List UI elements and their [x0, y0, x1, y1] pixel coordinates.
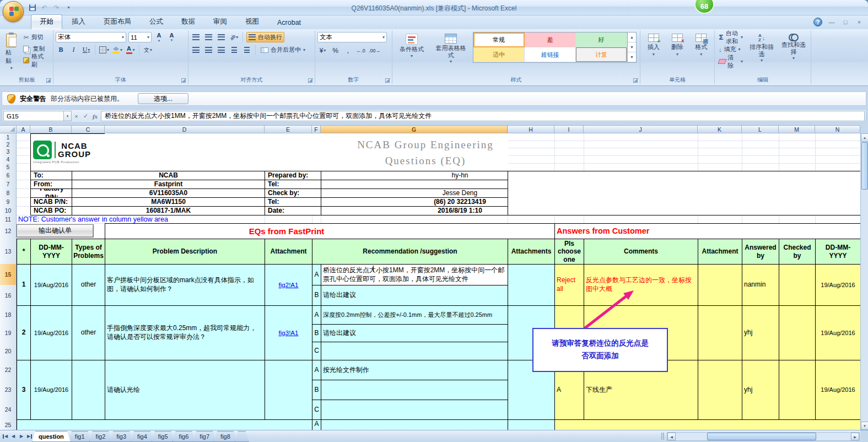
r3-type[interactable]: [72, 360, 105, 420]
save-button[interactable]: [28, 3, 37, 12]
tel2-value[interactable]: (86) 20 32213419: [321, 197, 508, 207]
vertical-scroll-thumb[interactable]: [861, 142, 868, 190]
qat-customize-button[interactable]: ▾: [64, 3, 73, 12]
factory-pn-value[interactable]: 6V116035A0: [72, 188, 265, 198]
company-logo[interactable]: NCABGROUPIntegrated PCB Production: [30, 133, 105, 171]
ribbon-tab-page-layout[interactable]: 页面布局: [95, 14, 140, 29]
date-label[interactable]: Date:: [265, 206, 321, 215]
row-header-20[interactable]: 20: [0, 342, 17, 360]
enter-entry-button[interactable]: ✓: [81, 111, 90, 121]
autosum-button[interactable]: Σ自动求和▾: [717, 32, 745, 42]
restore-button[interactable]: □: [841, 19, 850, 25]
close-button[interactable]: ×: [855, 19, 864, 25]
th-choose[interactable]: Pls choose one: [554, 239, 584, 265]
row-header-18[interactable]: 18: [0, 305, 17, 325]
r3-checked[interactable]: [779, 360, 816, 420]
sheet-tab-fig1[interactable]: fig1: [68, 431, 91, 442]
r3b-suggestion[interactable]: [321, 380, 508, 400]
merge-center-button[interactable]: 合并后居中▾: [259, 45, 307, 55]
scroll-right-button[interactable]: ▶: [851, 433, 859, 440]
r2-type[interactable]: other: [72, 305, 105, 360]
r3-num[interactable]: 3: [17, 360, 31, 420]
column-header-a[interactable]: A: [17, 126, 30, 133]
r3-attachment2[interactable]: [698, 360, 742, 420]
date-value[interactable]: 2016/8/19 1:10: [321, 206, 508, 215]
th-star[interactable]: *: [17, 239, 31, 265]
r1-attachments[interactable]: [508, 264, 555, 306]
th-problem[interactable]: Problem Description: [105, 239, 265, 265]
prev-sheet-button[interactable]: ◀: [9, 432, 17, 440]
tel1-value[interactable]: [321, 180, 508, 189]
underline-button[interactable]: U▾: [81, 45, 91, 55]
r3b-tag[interactable]: B: [312, 380, 321, 400]
scroll-left-button[interactable]: ◀: [667, 433, 676, 440]
gallery-more-icon[interactable]: ▼: [628, 52, 636, 62]
worksheet-grid[interactable]: 12345678910111213151618192022232425NCABG…: [0, 133, 860, 430]
column-header-f[interactable]: F: [312, 126, 321, 133]
r1-comments[interactable]: 反光点参数与工艺边的一致，坐标按图中大概: [584, 264, 698, 306]
r3-attachment-link[interactable]: [265, 360, 312, 420]
r2-attachment-link[interactable]: fig3!A1: [265, 305, 312, 360]
ribbon-tab-home[interactable]: 开始: [31, 14, 62, 29]
cell-style-hyperlink[interactable]: 超链接: [525, 47, 576, 62]
section-eq[interactable]: EQs from FastPrint: [105, 223, 555, 239]
r4a-tag[interactable]: A: [312, 419, 321, 430]
ncab-po-value[interactable]: 160817-1/MAK: [72, 206, 265, 215]
fill-color-button[interactable]: ▾: [112, 45, 123, 55]
r1-answered[interactable]: nanmin: [742, 264, 779, 306]
delete-cells-button[interactable]: × 删除 ▾: [669, 32, 686, 58]
column-header-i[interactable]: I: [554, 126, 584, 133]
check-by-label[interactable]: Check by:: [265, 188, 321, 198]
r3-date2[interactable]: 19/Aug/2016: [815, 360, 860, 420]
r3a-tag[interactable]: A: [312, 360, 321, 380]
cancel-entry-button[interactable]: ×: [72, 111, 81, 121]
r2-attachment2[interactable]: [698, 305, 742, 360]
r2b-suggestion[interactable]: 请给出建议: [321, 324, 508, 342]
vertical-scrollbar[interactable]: ▲ ▼: [860, 133, 868, 430]
help-button[interactable]: ?: [813, 18, 822, 26]
row-header-1[interactable]: 1: [0, 133, 17, 141]
r3-answered[interactable]: yhj: [742, 360, 779, 420]
percent-style-button[interactable]: %: [330, 45, 341, 56]
r1-attachment2[interactable]: [698, 264, 742, 306]
r4a-suggestion[interactable]: [321, 419, 508, 430]
dialog-launcher-icon[interactable]: [633, 78, 638, 83]
row-header-4[interactable]: 4: [0, 155, 17, 164]
minimize-button[interactable]: —: [827, 19, 836, 25]
redo-button[interactable]: ↷: [52, 3, 61, 12]
insert-cells-button[interactable]: + 插入 ▾: [645, 32, 662, 58]
comma-style-button[interactable]: ,: [343, 45, 353, 56]
th-recommendation[interactable]: Recommendation /suggestion: [312, 239, 508, 265]
cell-style-normal[interactable]: 常规: [473, 33, 525, 47]
undo-button[interactable]: ↶: [40, 3, 49, 12]
decrease-decimal-button[interactable]: .00→: [368, 45, 381, 56]
r1-date2[interactable]: 19/Aug/2016: [815, 264, 860, 306]
sort-filter-button[interactable]: AZ↓ 排序和筛选 ▾: [747, 32, 777, 64]
row-header-25[interactable]: 25: [0, 419, 17, 430]
align-middle-button[interactable]: [203, 32, 214, 42]
first-sheet-button[interactable]: ◀: [1, 432, 9, 440]
paste-button[interactable]: 粘贴 ▾: [3, 32, 19, 72]
column-header-k[interactable]: K: [698, 126, 742, 133]
font-size-combo[interactable]: 11▾: [128, 32, 152, 42]
cell-style-neutral[interactable]: 适中: [473, 47, 525, 62]
align-top-button[interactable]: [191, 32, 201, 42]
sheet-tab-fig5[interactable]: fig5: [152, 431, 175, 442]
r2c-tag[interactable]: C: [312, 342, 321, 360]
sheet-tab-fig6[interactable]: fig6: [172, 431, 196, 442]
window-resize-corner[interactable]: [860, 430, 868, 442]
column-header-m[interactable]: M: [779, 126, 815, 133]
r1a-tag[interactable]: A: [312, 264, 321, 285]
r1-choose[interactable]: Reject all: [554, 264, 584, 306]
r4-left[interactable]: [17, 419, 312, 430]
empty-box[interactable]: [508, 171, 860, 215]
r1-num[interactable]: 1: [17, 264, 31, 306]
r3c-tag[interactable]: C: [312, 400, 321, 420]
cell-style-bad[interactable]: 差: [525, 33, 576, 47]
dialog-launcher-icon[interactable]: [181, 78, 186, 83]
align-bottom-button[interactable]: [216, 32, 227, 42]
sheet-tab-fig2[interactable]: fig2: [89, 431, 112, 442]
phonetic-button[interactable]: 文▾: [143, 45, 153, 55]
th-comments[interactable]: Comments: [584, 239, 698, 265]
doc-title[interactable]: NCAB Group EngineeringQuestions (EQ): [105, 133, 508, 171]
